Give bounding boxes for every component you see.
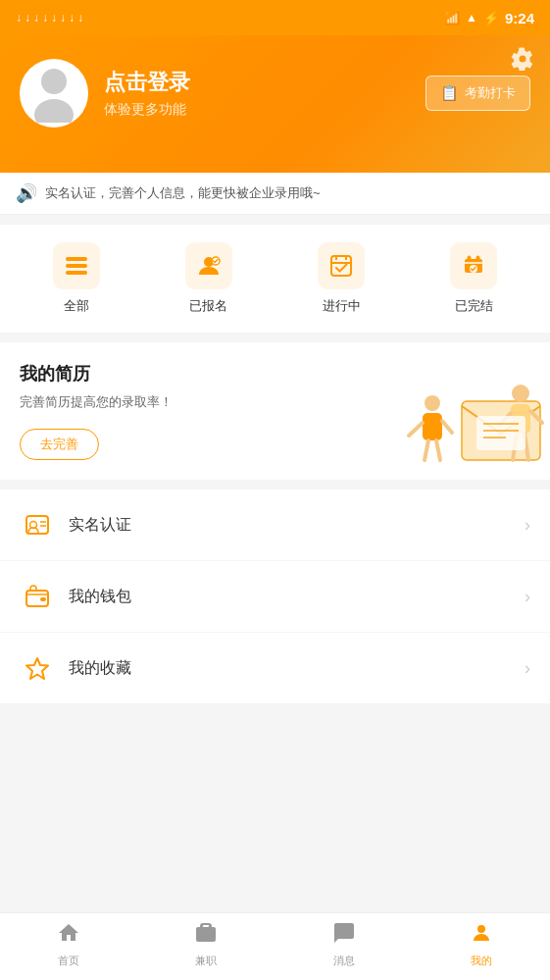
svg-line-17 xyxy=(442,421,452,433)
svg-point-1 xyxy=(34,99,74,123)
settings-icon[interactable] xyxy=(511,47,534,77)
job-ongoing-icon-wrap xyxy=(318,242,365,289)
wallet-menu[interactable]: 我的钱包 › xyxy=(0,561,550,633)
status-bar-right: 📶 ▲ ⚡ 9:24 xyxy=(444,10,534,26)
jobs-icon xyxy=(194,921,218,951)
nav-mine-label: 我的 xyxy=(471,954,492,968)
resume-illustration xyxy=(374,372,550,480)
attendance-icon: 📋 xyxy=(440,84,459,102)
svg-rect-35 xyxy=(40,597,46,601)
svg-point-0 xyxy=(41,69,67,94)
nav-mine[interactable]: 我的 xyxy=(413,921,550,968)
real-name-arrow: › xyxy=(525,515,530,536)
mine-icon xyxy=(470,921,493,951)
svg-marker-36 xyxy=(26,658,48,679)
job-finished-icon-wrap xyxy=(450,242,497,289)
header-text: 点击登录 体验更多功能 xyxy=(104,68,410,119)
avatar[interactable] xyxy=(20,59,88,128)
svg-rect-4 xyxy=(66,271,87,275)
nav-home[interactable]: 首页 xyxy=(0,921,137,968)
attendance-label: 考勤打卡 xyxy=(465,84,516,102)
announce-text: 实名认证，完善个人信息，能更快被企业录用哦~ xyxy=(45,184,321,202)
svg-line-18 xyxy=(425,440,428,460)
battery-icon: ⚡ xyxy=(483,11,499,26)
status-bar: ↓ ↓ ↓ ↓ ↓ ↓ ↓ ↓ 📶 ▲ ⚡ 9:24 xyxy=(0,0,550,35)
svg-rect-15 xyxy=(423,413,442,440)
svg-rect-3 xyxy=(66,264,87,268)
job-all-label: 全部 xyxy=(64,297,89,315)
favorites-menu[interactable]: 我的收藏 › xyxy=(0,633,550,703)
wallet-icon-wrap xyxy=(20,579,55,614)
job-finished-label: 已完结 xyxy=(455,297,493,315)
job-status-ongoing[interactable]: 进行中 xyxy=(275,242,408,315)
svg-point-20 xyxy=(512,385,529,402)
nav-jobs[interactable]: 兼职 xyxy=(137,921,275,968)
job-status-finished[interactable]: 已完结 xyxy=(408,242,540,315)
signal-bars: ▲ xyxy=(466,11,477,25)
job-registered-icon-wrap xyxy=(185,242,232,289)
svg-rect-10 xyxy=(476,256,479,261)
svg-rect-9 xyxy=(468,256,471,261)
favorites-arrow: › xyxy=(525,658,530,679)
svg-line-19 xyxy=(436,440,440,460)
complete-resume-button[interactable]: 去完善 xyxy=(20,429,99,460)
job-all-icon-wrap xyxy=(53,242,100,289)
svg-rect-26 xyxy=(476,416,525,450)
nav-jobs-label: 兼职 xyxy=(195,954,217,968)
svg-line-16 xyxy=(409,423,423,436)
resume-card: 我的简历 完善简历提高您的录取率！ 去完善 xyxy=(0,342,550,480)
svg-rect-7 xyxy=(331,256,351,276)
favorites-icon-wrap xyxy=(20,650,55,686)
messages-icon xyxy=(332,921,356,951)
wallet-arrow: › xyxy=(525,587,530,607)
svg-point-37 xyxy=(477,925,485,933)
nav-messages[interactable]: 消息 xyxy=(275,921,413,968)
svg-rect-2 xyxy=(66,257,87,261)
job-status-bar: 全部 已报名 进行中 xyxy=(0,225,550,333)
nav-home-label: 首页 xyxy=(58,954,79,968)
job-status-registered[interactable]: 已报名 xyxy=(142,242,275,315)
real-name-icon-wrap xyxy=(20,507,55,542)
announce-icon: 🔊 xyxy=(16,182,37,204)
menu-section: 实名认证 › 我的钱包 › 我的收藏 › xyxy=(0,490,550,703)
status-bar-left: ↓ ↓ ↓ ↓ ↓ ↓ ↓ ↓ xyxy=(16,11,83,25)
bottom-nav: 首页 兼职 消息 我的 xyxy=(0,912,550,980)
announce-bar: 🔊 实名认证，完善个人信息，能更快被企业录用哦~ xyxy=(0,173,550,215)
header-section: 点击登录 体验更多功能 📋 考勤打卡 xyxy=(0,35,550,173)
clock: 9:24 xyxy=(505,10,534,26)
wifi-icon: 📶 xyxy=(444,11,460,26)
job-status-all[interactable]: 全部 xyxy=(10,242,142,315)
login-title[interactable]: 点击登录 xyxy=(104,68,410,97)
profile-section[interactable]: 点击登录 体验更多功能 📋 考勤打卡 xyxy=(20,59,530,128)
wallet-label: 我的钱包 xyxy=(69,587,511,607)
login-subtitle: 体验更多功能 xyxy=(104,101,410,119)
favorites-label: 我的收藏 xyxy=(69,658,511,679)
home-icon xyxy=(57,921,80,951)
real-name-menu[interactable]: 实名认证 › xyxy=(0,490,550,561)
real-name-label: 实名认证 xyxy=(69,515,511,536)
nav-messages-label: 消息 xyxy=(333,954,355,968)
job-registered-label: 已报名 xyxy=(189,297,227,315)
attendance-button[interactable]: 📋 考勤打卡 xyxy=(425,76,530,111)
svg-point-14 xyxy=(425,395,440,411)
job-ongoing-label: 进行中 xyxy=(323,297,361,315)
